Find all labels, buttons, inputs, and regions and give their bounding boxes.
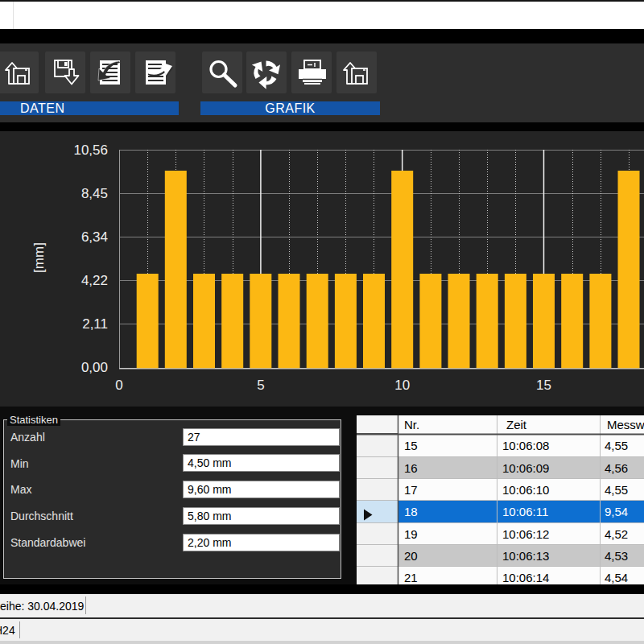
svg-text:10:06:09: 10:06:09 bbox=[502, 461, 549, 475]
svg-text:21: 21 bbox=[404, 571, 418, 584]
svg-text:2,11: 2,11 bbox=[82, 316, 108, 332]
svg-text:0,00: 0,00 bbox=[81, 360, 108, 375]
svg-text:18: 18 bbox=[404, 505, 418, 518]
svg-text:8,45: 8,45 bbox=[81, 186, 108, 201]
svg-text:15: 15 bbox=[536, 378, 551, 393]
svg-text:Nr.: Nr. bbox=[404, 418, 419, 431]
svg-text:16: 16 bbox=[404, 461, 418, 475]
svg-text:10:06:13: 10:06:13 bbox=[502, 549, 549, 563]
svg-text:10:06:08: 10:06:08 bbox=[502, 439, 549, 452]
svg-text:4,52: 4,52 bbox=[605, 527, 628, 541]
svg-text:4,54: 4,54 bbox=[605, 571, 628, 584]
svg-text:20: 20 bbox=[404, 549, 418, 563]
svg-text:19: 19 bbox=[404, 527, 418, 541]
svg-text:17: 17 bbox=[404, 483, 418, 497]
svg-text:15: 15 bbox=[404, 439, 418, 452]
svg-text:9,54: 9,54 bbox=[605, 505, 628, 518]
svg-text:10:06:14: 10:06:14 bbox=[502, 571, 549, 584]
svg-text:6,34: 6,34 bbox=[81, 229, 108, 245]
svg-text:10:06:10: 10:06:10 bbox=[502, 483, 549, 497]
svg-text:4,55: 4,55 bbox=[605, 483, 628, 497]
svg-text:[mm]: [mm] bbox=[31, 242, 47, 273]
svg-text:10,56: 10,56 bbox=[73, 142, 108, 158]
svg-text:Zeit: Zeit bbox=[506, 418, 527, 431]
svg-text:10:06:12: 10:06:12 bbox=[502, 527, 549, 541]
svg-text:10:06:11: 10:06:11 bbox=[502, 505, 548, 518]
svg-text:0: 0 bbox=[115, 378, 122, 393]
svg-text:5: 5 bbox=[257, 378, 264, 393]
svg-text:10: 10 bbox=[394, 378, 410, 393]
svg-text:Messwe: Messwe bbox=[607, 418, 644, 431]
svg-text:4,53: 4,53 bbox=[605, 549, 628, 563]
svg-text:4,22: 4,22 bbox=[81, 273, 108, 288]
svg-text:4,56: 4,56 bbox=[605, 461, 628, 475]
svg-text:4,55: 4,55 bbox=[605, 439, 628, 452]
